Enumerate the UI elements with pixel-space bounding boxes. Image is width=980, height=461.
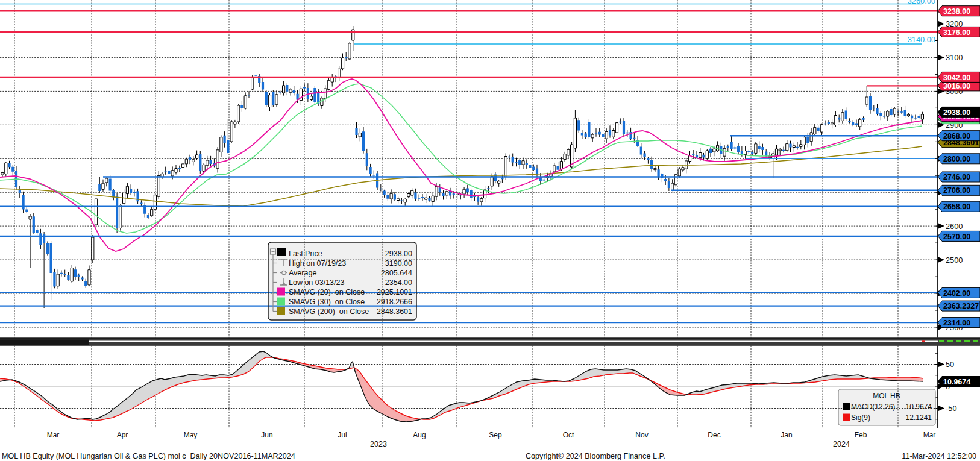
svg-text:50: 50 bbox=[946, 360, 954, 369]
svg-text:Jan: Jan bbox=[781, 431, 792, 439]
svg-text:Dec: Dec bbox=[708, 431, 720, 439]
svg-text:Jun: Jun bbox=[261, 431, 272, 439]
svg-text:3042.00: 3042.00 bbox=[943, 74, 970, 82]
svg-text:3100: 3100 bbox=[946, 53, 963, 62]
svg-text:2600: 2600 bbox=[946, 222, 963, 231]
svg-text:-50: -50 bbox=[946, 404, 957, 413]
svg-text:3176.00: 3176.00 bbox=[943, 28, 970, 37]
svg-text:2363.2327: 2363.2327 bbox=[943, 302, 979, 310]
svg-text:3140.00: 3140.00 bbox=[908, 35, 935, 44]
svg-text:MACD(12,26): MACD(12,26) bbox=[851, 403, 895, 411]
svg-text:11-Mar-2024 12:52:00: 11-Mar-2024 12:52:00 bbox=[902, 452, 976, 460]
svg-text:3190.00: 3190.00 bbox=[385, 259, 412, 268]
svg-text:2402.00: 2402.00 bbox=[943, 289, 970, 298]
svg-text:2918.2666: 2918.2666 bbox=[377, 298, 412, 306]
svg-text:SMAVG (200) on Close: SMAVG (200) on Close bbox=[289, 307, 369, 316]
svg-text:2658.00: 2658.00 bbox=[943, 202, 970, 211]
svg-text:2938.00: 2938.00 bbox=[385, 249, 412, 258]
svg-text:2805.644: 2805.644 bbox=[381, 269, 412, 277]
svg-text:Average: Average bbox=[289, 269, 316, 277]
svg-text:Oct: Oct bbox=[563, 431, 574, 439]
svg-text:3238.00: 3238.00 bbox=[943, 7, 970, 16]
svg-text:3260.00: 3260.00 bbox=[908, 0, 935, 5]
svg-text:10.9674: 10.9674 bbox=[906, 403, 932, 411]
svg-text:2706.00: 2706.00 bbox=[943, 186, 970, 195]
svg-text:Apr: Apr bbox=[117, 431, 128, 439]
svg-text:2938.00: 2938.00 bbox=[943, 108, 970, 117]
svg-text:2800.00: 2800.00 bbox=[943, 155, 970, 163]
svg-text:Nov: Nov bbox=[635, 431, 648, 439]
svg-text:Sep: Sep bbox=[489, 431, 502, 439]
svg-text:2570.00: 2570.00 bbox=[943, 233, 970, 241]
svg-text:MOL HB Equity (MOL Hungarian O: MOL HB Equity (MOL Hungarian Oil & Gas P… bbox=[2, 452, 295, 460]
svg-text:12.1241: 12.1241 bbox=[906, 413, 932, 422]
svg-text:2500: 2500 bbox=[946, 256, 963, 265]
svg-text:Jul: Jul bbox=[338, 431, 347, 439]
svg-text:May: May bbox=[184, 431, 198, 439]
svg-text:Sig(9): Sig(9) bbox=[851, 413, 870, 422]
svg-text:2746.00: 2746.00 bbox=[943, 173, 970, 181]
svg-text:2868.00: 2868.00 bbox=[943, 132, 970, 140]
svg-text:High on 07/19/23: High on 07/19/23 bbox=[289, 259, 346, 268]
svg-text:2023: 2023 bbox=[370, 440, 387, 448]
svg-text:3016.00: 3016.00 bbox=[943, 82, 970, 90]
svg-text:SMAVG (30) on Close: SMAVG (30) on Close bbox=[289, 298, 365, 306]
svg-text:Last Price: Last Price bbox=[289, 249, 322, 258]
svg-text:Low on 03/13/23: Low on 03/13/23 bbox=[289, 278, 344, 287]
svg-text:2925.1001: 2925.1001 bbox=[377, 288, 412, 296]
svg-text:Mar: Mar bbox=[923, 431, 936, 439]
svg-text:SMAVG (20) on Close: SMAVG (20) on Close bbox=[289, 288, 365, 296]
svg-text:Feb: Feb bbox=[855, 431, 867, 439]
svg-text:2354.00: 2354.00 bbox=[385, 278, 412, 287]
svg-text:Mar: Mar bbox=[47, 431, 60, 439]
svg-text:Copyright© 2024 Bloomberg Fina: Copyright© 2024 Bloomberg Finance L.P. bbox=[526, 452, 665, 460]
svg-text:Aug: Aug bbox=[413, 431, 426, 439]
svg-text:MOL HB: MOL HB bbox=[873, 392, 900, 400]
svg-text:2314.00: 2314.00 bbox=[943, 319, 970, 327]
svg-text:2024: 2024 bbox=[833, 440, 850, 448]
svg-text:10.9674: 10.9674 bbox=[943, 378, 970, 386]
svg-text:2848.3601: 2848.3601 bbox=[377, 307, 412, 316]
